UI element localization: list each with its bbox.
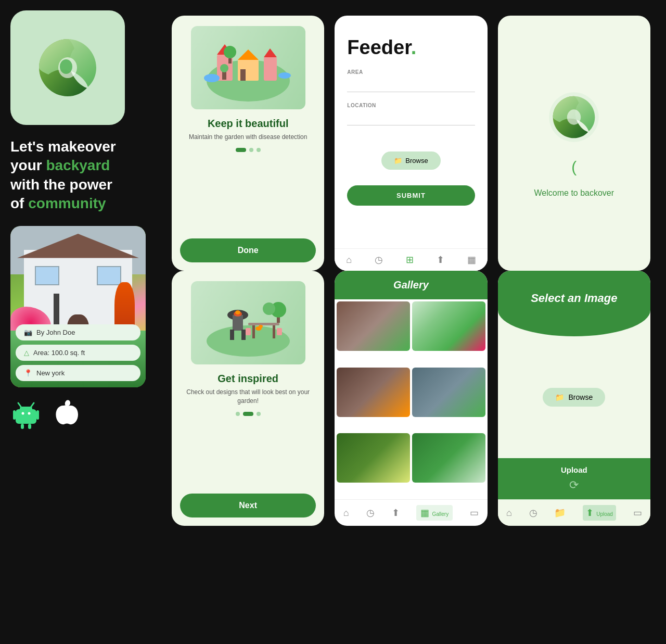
upload-nav-icon[interactable]: ⬆ — [437, 254, 444, 266]
feeder-dot: . — [411, 36, 417, 58]
svg-rect-22 — [228, 58, 232, 64]
feeder-bottom-nav: ⌂ ◷ ⊞ ⬆ ▦ — [335, 248, 487, 271]
svg-rect-12 — [28, 424, 31, 429]
onboard1-subtitle: Maintain the garden with disease detecti… — [185, 133, 311, 142]
gallery-thumb-4[interactable] — [412, 368, 485, 417]
svg-rect-40 — [277, 328, 282, 335]
dot-2-2 — [243, 412, 253, 416]
phone-welcome: ( Welcome to backover — [498, 16, 650, 271]
onboard2-title: Get inspired — [217, 373, 278, 385]
folder-icon: 📁 — [394, 157, 402, 165]
location-badge: 📍 New york — [16, 365, 140, 381]
svg-point-2 — [60, 59, 72, 74]
gallery-thumb-3[interactable] — [337, 368, 410, 417]
svg-rect-33 — [241, 330, 246, 340]
gallery-clock-icon[interactable]: ◷ — [366, 507, 375, 519]
svg-marker-19 — [264, 48, 277, 57]
submit-button[interactable]: SUBMIT — [347, 185, 475, 206]
location-input[interactable] — [347, 110, 475, 125]
svg-rect-9 — [13, 410, 16, 420]
svg-point-35 — [235, 310, 240, 314]
garden-illustration-2 — [191, 281, 305, 364]
home-nav-icon[interactable]: ⌂ — [346, 255, 352, 266]
garden-illustration-1 — [191, 26, 305, 109]
clock-nav-icon[interactable]: ◷ — [375, 254, 383, 266]
svg-rect-4 — [20, 407, 32, 411]
svg-rect-3 — [16, 409, 36, 424]
select-home-icon[interactable]: ⌂ — [506, 508, 512, 519]
feeder-title: Feeder — [347, 36, 411, 58]
select-upload-icon[interactable]: ⬆ Upload — [583, 505, 616, 521]
tagline: Let's makeover your backyard with the po… — [10, 132, 161, 219]
apple-icon — [52, 399, 81, 430]
gallery-thumb-6[interactable] — [412, 433, 485, 483]
platform-icons — [10, 395, 161, 430]
svg-rect-11 — [21, 424, 24, 429]
backyard-highlight: backyard — [46, 157, 110, 173]
gallery-add-icon[interactable]: ⬆ — [392, 507, 400, 519]
svg-point-7 — [22, 412, 24, 414]
dot-2-3 — [257, 412, 261, 416]
svg-marker-17 — [238, 49, 259, 60]
svg-point-25 — [204, 74, 220, 82]
gallery-thumb-1[interactable] — [337, 301, 410, 351]
done-button[interactable]: Done — [180, 238, 316, 262]
svg-point-28 — [567, 109, 581, 124]
svg-rect-10 — [36, 410, 39, 420]
community-highlight: community — [28, 195, 106, 211]
gallery-gallery-icon[interactable]: ▦ Gallery — [416, 505, 453, 521]
svg-rect-31 — [233, 315, 243, 331]
area-badge: △ Area: 100.0 sq. ft — [16, 345, 140, 361]
browse-button[interactable]: 📁 Browse — [381, 151, 440, 170]
phone-onboard1: Keep it beautiful Maintain the garden wi… — [172, 16, 324, 271]
svg-rect-18 — [264, 57, 277, 81]
gallery-nav-icon[interactable]: ▦ — [467, 254, 476, 266]
gallery-img-icon[interactable]: ▭ — [470, 507, 479, 519]
dot-2 — [249, 148, 253, 152]
gallery-thumb-2[interactable] — [412, 301, 485, 351]
svg-rect-37 — [252, 325, 255, 338]
svg-rect-20 — [240, 69, 246, 81]
left-column: Let's makeover your backyard with the po… — [10, 10, 161, 634]
form-nav-icon[interactable]: ⊞ — [406, 254, 414, 266]
gallery-thumb-5[interactable] — [337, 433, 410, 483]
gallery-bottom-nav: ⌂ ◷ ⬆ ▦ Gallery ▭ — [335, 499, 487, 526]
welcome-text: Welcome to backover — [534, 188, 614, 198]
feeder-header: Feeder. — [335, 16, 487, 64]
dots-row-2 — [236, 412, 261, 416]
gallery-title: Gallery — [393, 279, 429, 291]
select-clock-icon[interactable]: ◷ — [529, 507, 537, 519]
svg-rect-39 — [246, 328, 251, 335]
next-button[interactable]: Next — [180, 494, 316, 517]
bbq-garden-svg — [196, 284, 300, 362]
backyard-photo: 📷 By John Doe △ Area: 100.0 sq. ft 📍 New… — [10, 226, 146, 387]
svg-point-8 — [28, 412, 31, 414]
area-input[interactable] — [347, 77, 475, 92]
svg-rect-38 — [273, 325, 275, 338]
location-icon: 📍 — [24, 369, 32, 377]
select-browse-button[interactable]: 📁 Browse — [543, 388, 605, 407]
phone-onboard2: Get inspired Check out designs that will… — [172, 271, 324, 526]
select-gallery-icon[interactable]: ▭ — [633, 507, 642, 519]
upload-spinner: ⟳ — [505, 478, 643, 492]
onboard1-title: Keep it beautiful — [208, 118, 289, 130]
gallery-grid — [335, 299, 487, 499]
select-form-icon[interactable]: 📁 — [554, 507, 566, 519]
onboard2-subtitle: Check out designs that will look best on… — [180, 388, 316, 406]
dots-row — [236, 148, 261, 152]
location-label: LOCATION — [347, 103, 475, 108]
android-icon — [10, 399, 42, 430]
camera-icon: 📷 — [24, 329, 32, 336]
gallery-header: Gallery — [335, 271, 487, 299]
select-bottom-nav: ⌂ ◷ 📁 ⬆ Upload ▭ — [498, 499, 650, 526]
svg-point-26 — [278, 72, 291, 79]
castle-garden-svg — [196, 29, 300, 107]
info-badges: 📷 By John Doe △ Area: 100.0 sq. ft 📍 New… — [16, 324, 140, 381]
svg-rect-36 — [248, 323, 279, 325]
author-badge: 📷 By John Doe — [16, 324, 140, 340]
phone-feeder: Feeder. AREA LOCATION 📁 Browse SUBMIT ⌂ … — [335, 16, 487, 271]
loading-spinner: ( — [571, 158, 577, 176]
phones-grid: Keep it beautiful Maintain the garden wi… — [166, 10, 656, 634]
gallery-home-icon[interactable]: ⌂ — [343, 508, 349, 519]
upload-label: Upload — [505, 465, 643, 474]
